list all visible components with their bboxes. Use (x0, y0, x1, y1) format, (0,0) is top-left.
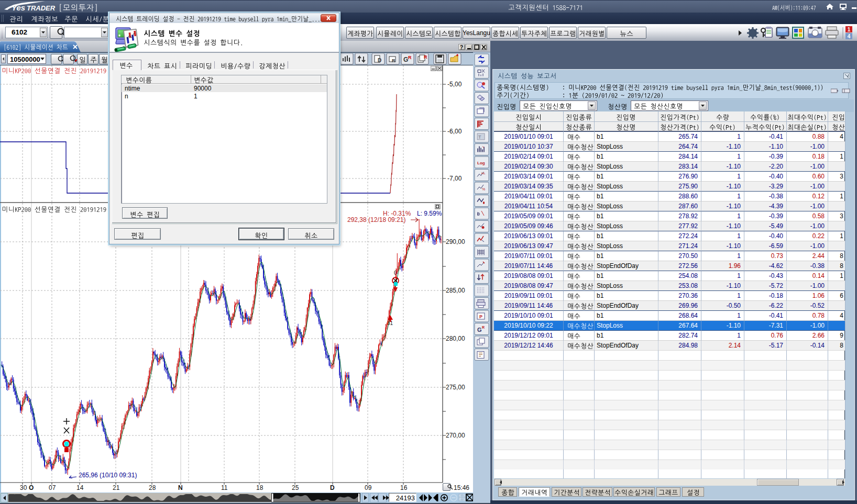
svg-text:P: P (479, 314, 482, 319)
svg-text:4: 4 (848, 33, 851, 39)
svg-text:%: % (482, 187, 485, 191)
svg-text:HL: HL (481, 172, 486, 175)
svg-text:R: R (482, 326, 485, 329)
svg-text:T: T (478, 135, 481, 140)
svg-text:G: G (477, 327, 482, 333)
svg-text:Log: Log (477, 161, 485, 165)
svg-text:1: 1 (848, 27, 851, 32)
